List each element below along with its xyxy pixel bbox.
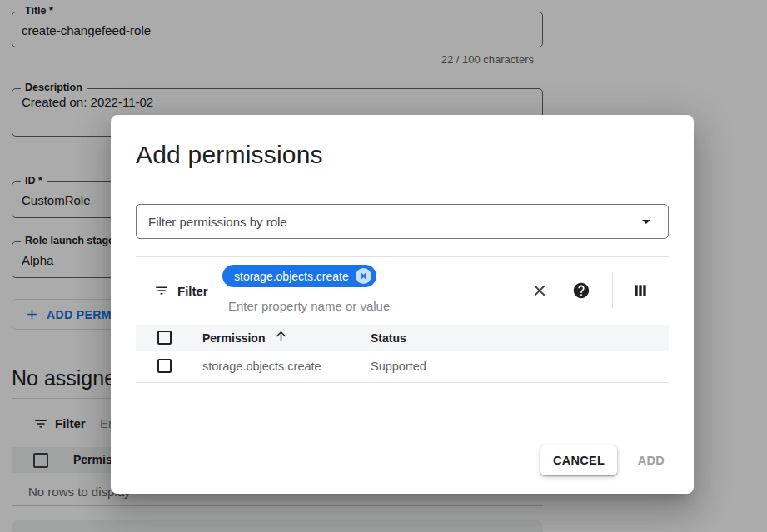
sort-ascending-icon	[274, 329, 288, 346]
add-permissions-dialog: Add permissions Filter permissions by ro…	[111, 115, 694, 494]
table-header-row: Permission Status	[136, 325, 669, 351]
column-display-button[interactable]	[630, 281, 650, 301]
row-checkbox[interactable]	[157, 359, 172, 373]
table-row[interactable]: storage.objects.create Supported	[136, 351, 669, 383]
chip-remove-icon[interactable]	[356, 268, 371, 284]
permission-column-header[interactable]: Permission	[202, 331, 265, 345]
clear-filter-button[interactable]	[530, 281, 550, 301]
filter-button[interactable]: Filter	[177, 284, 208, 298]
filter-permissions-by-role-select[interactable]: Filter permissions by role	[136, 204, 669, 239]
create-role-page: Title * create-changefeed-role 22 / 100 …	[0, 0, 767, 532]
filter-list-icon	[154, 283, 169, 301]
permission-cell: storage.objects.create	[202, 360, 321, 373]
dropdown-caret-icon	[636, 211, 656, 231]
clear-filter-icon	[530, 281, 549, 300]
add-button[interactable]: ADD	[625, 445, 678, 475]
dialog-title: Add permissions	[136, 141, 323, 169]
help-button[interactable]	[571, 281, 591, 301]
cancel-button[interactable]: CANCEL	[540, 445, 617, 475]
status-column-header: Status	[371, 331, 406, 345]
role-select-placeholder: Filter permissions by role	[148, 215, 636, 229]
filter-chip[interactable]: storage.objects.create	[222, 265, 376, 287]
filter-input[interactable]: Enter property name or value	[228, 299, 390, 313]
column-display-icon	[632, 282, 649, 299]
toolbar-divider	[136, 256, 669, 257]
toolbar-vertical-divider	[612, 273, 613, 308]
filter-chip-label: storage.objects.create	[234, 270, 349, 283]
select-all-checkbox[interactable]	[157, 331, 172, 345]
status-cell: Supported	[371, 360, 426, 373]
help-icon	[572, 281, 590, 300]
